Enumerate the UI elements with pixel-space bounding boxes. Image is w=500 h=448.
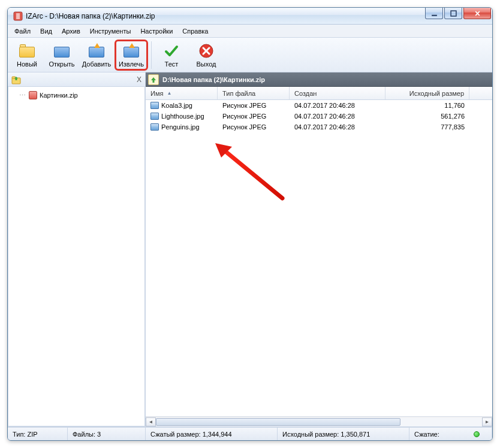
file-created: 04.07.2017 20:46:28	[290, 113, 385, 120]
file-size: 777,835	[385, 123, 469, 131]
column-header-type[interactable]: Тип файла	[218, 87, 290, 99]
file-name: Penguins.jpg	[161, 123, 200, 131]
scroll-thumb[interactable]	[156, 418, 400, 426]
open-label: Открыть	[49, 60, 74, 68]
file-row[interactable]: Lighthouse.jpg Рисунок JPEG 04.07.2017 2…	[146, 111, 492, 122]
horizontal-scrollbar[interactable]: ◄ ►	[146, 416, 492, 426]
column-headers: Имя▲ Тип файла Создан Исходный размер	[146, 87, 492, 100]
new-folder-icon	[18, 43, 36, 59]
minimize-button[interactable]	[425, 8, 443, 19]
extract-folder-icon	[122, 43, 140, 59]
tree-connector-icon: ⋯	[19, 92, 25, 99]
path-text: D:\Новая папка (2)\Картинки.zip	[162, 76, 265, 83]
app-window: IZArc - D:\Новая папка (2)\Картинки.zip …	[7, 7, 493, 441]
tree-body[interactable]: ⋯ Картинки.zip	[8, 87, 145, 426]
file-list[interactable]: Koala3.jpg Рисунок JPEG 04.07.2017 20:46…	[146, 100, 492, 416]
titlebar[interactable]: IZArc - D:\Новая папка (2)\Картинки.zip	[8, 8, 492, 25]
test-button[interactable]: Тест	[155, 40, 188, 71]
svg-rect-3	[451, 11, 456, 16]
toolbar-separator	[151, 41, 152, 69]
tree-item-label: Картинки.zip	[40, 92, 78, 99]
scroll-track[interactable]	[156, 417, 482, 426]
menu-archive[interactable]: Архив	[58, 26, 85, 37]
path-up-button[interactable]	[148, 74, 159, 85]
column-header-created[interactable]: Создан	[290, 87, 385, 99]
annotation-arrow	[212, 140, 290, 205]
column-header-name[interactable]: Имя▲	[146, 87, 218, 99]
status-led-icon	[474, 431, 480, 437]
close-button[interactable]	[463, 8, 491, 19]
tree-panel: X ⋯ Картинки.zip	[8, 72, 146, 426]
menu-view[interactable]: Вид	[36, 26, 56, 37]
image-file-icon	[150, 113, 159, 120]
statusbar: Тип: ZIP Файлы: 3 Сжатый размер: 1,344,9…	[8, 427, 492, 440]
menu-tools[interactable]: Инструменты	[86, 26, 135, 37]
file-created: 04.07.2017 20:46:28	[290, 123, 385, 131]
new-button[interactable]: Новый	[10, 40, 44, 71]
x-icon	[197, 43, 215, 59]
tree-close-button[interactable]: X	[137, 75, 141, 84]
menu-file[interactable]: Файл	[10, 26, 35, 37]
menu-help[interactable]: Справка	[178, 26, 212, 37]
menu-settings[interactable]: Настройки	[136, 26, 177, 37]
file-row[interactable]: Penguins.jpg Рисунок JPEG 04.07.2017 20:…	[146, 122, 492, 132]
menubar: Файл Вид Архив Инструменты Настройки Спр…	[8, 25, 492, 38]
file-name: Koala3.jpg	[161, 102, 192, 109]
exit-button[interactable]: Выход	[189, 40, 223, 71]
file-row[interactable]: Koala3.jpg Рисунок JPEG 04.07.2017 20:46…	[146, 100, 492, 111]
status-orig: Исходный размер: 1,350,871	[278, 428, 409, 440]
maximize-button[interactable]	[444, 8, 462, 19]
file-name: Lighthouse.jpg	[161, 113, 204, 120]
add-label: Добавить	[82, 60, 112, 68]
column-header-size[interactable]: Исходный размер	[385, 87, 469, 99]
svg-rect-1	[16, 13, 20, 19]
check-icon	[162, 43, 180, 59]
image-file-icon	[150, 102, 159, 109]
tree-header: X	[8, 72, 145, 87]
file-type: Рисунок JPEG	[218, 113, 290, 120]
file-type: Рисунок JPEG	[218, 123, 290, 131]
sort-asc-icon: ▲	[167, 90, 171, 96]
extract-label: Извлечь	[119, 60, 144, 68]
scroll-left-button[interactable]: ◄	[146, 417, 156, 426]
file-size: 11,760	[385, 102, 469, 109]
folder-up-icon[interactable]	[11, 75, 21, 84]
path-bar: D:\Новая папка (2)\Картинки.zip	[146, 72, 492, 87]
main-panel: D:\Новая папка (2)\Картинки.zip Имя▲ Тип…	[146, 72, 492, 426]
file-size: 561,276	[385, 113, 469, 120]
archive-icon	[29, 91, 37, 99]
file-created: 04.07.2017 20:46:28	[290, 102, 385, 109]
exit-label: Выход	[197, 60, 216, 68]
file-type: Рисунок JPEG	[218, 102, 290, 109]
add-button[interactable]: Добавить	[80, 40, 113, 71]
status-type: Тип: ZIP	[8, 428, 68, 440]
status-ratio: Сжатие:	[409, 428, 492, 440]
window-title: IZArc - D:\Новая папка (2)\Картинки.zip	[26, 12, 155, 20]
new-label: Новый	[17, 60, 37, 68]
status-files: Файлы: 3	[68, 428, 146, 440]
app-icon	[13, 11, 23, 21]
status-packed: Сжатый размер: 1,344,944	[146, 428, 278, 440]
add-folder-icon	[88, 43, 106, 59]
open-folder-icon	[53, 43, 71, 59]
image-file-icon	[150, 123, 159, 131]
extract-button[interactable]: Извлечь	[115, 40, 148, 71]
tree-item-root[interactable]: ⋯ Картинки.zip	[11, 90, 142, 100]
open-button[interactable]: Открыть	[45, 40, 79, 71]
test-label: Тест	[165, 60, 179, 68]
scroll-right-button[interactable]: ►	[482, 417, 492, 426]
svg-rect-2	[432, 14, 437, 16]
toolbar: Новый Открыть Добавить Извлечь Тест Вы	[8, 38, 492, 72]
